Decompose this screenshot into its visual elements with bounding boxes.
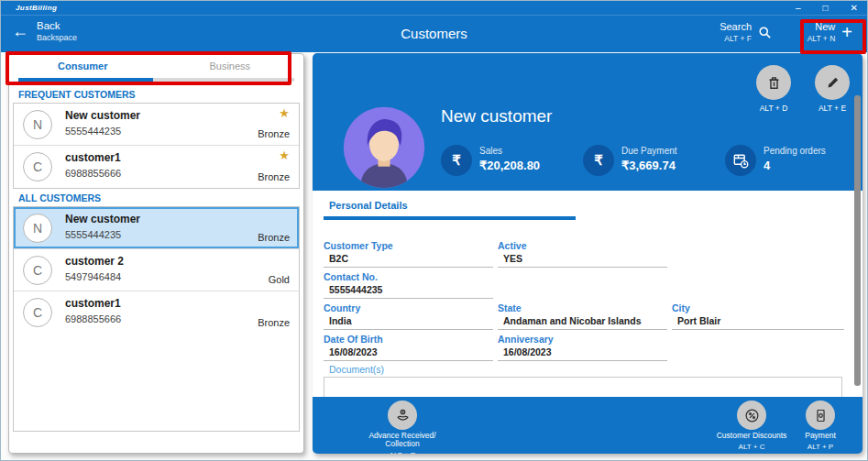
tab-active-underline	[324, 216, 576, 220]
tier-badge: Bronze	[258, 317, 290, 328]
rupee-icon: ₹	[583, 145, 614, 176]
tab-business[interactable]: Business	[157, 60, 304, 71]
avatar: N	[23, 110, 52, 139]
tier-badge: Bronze	[258, 171, 290, 182]
delete-button[interactable]	[756, 65, 791, 100]
stat-pending-orders: Pending orders 4	[725, 145, 756, 176]
list-item-selected[interactable]: N New customer 5555444235 Bronze	[14, 207, 299, 249]
field-contact-no: Contact No. 5555444235	[324, 271, 493, 299]
app-header: ← Back Backspace Customers Search ALT + …	[1, 15, 867, 52]
frequent-customers-title: FREQUENT CUSTOMERS	[18, 89, 303, 100]
customer-name: New customer	[65, 213, 140, 225]
field-date-of-birth: Date Of Birth 16/08/2023	[324, 334, 493, 361]
customer-phone: 5555444235	[65, 126, 121, 137]
app-window: JustBilling – □ ✕ ← Back Backspace Custo…	[0, 0, 868, 461]
field-value: 16/08/2023	[324, 345, 493, 361]
pending-orders-icon	[725, 145, 756, 176]
field-value: Port Blair	[672, 313, 844, 330]
minimize-icon[interactable]: –	[796, 4, 801, 13]
personal-details-section: Personal Details Customer Type B2C Activ…	[313, 191, 863, 397]
advance-shortcut: ALT + R	[352, 451, 453, 454]
search-icon	[758, 26, 772, 39]
field-label: Customer Type	[324, 240, 493, 251]
customer-phone: 5497946484	[65, 271, 121, 282]
tab-underline-active	[18, 78, 153, 82]
field-customer-type: Customer Type B2C	[324, 240, 493, 268]
list-item[interactable]: C customer1 6988855666 ★ Bronze	[14, 146, 299, 188]
advance-received-button[interactable]: Advance Received/ Collection ALT + R	[352, 397, 453, 454]
maximize-icon[interactable]: □	[823, 4, 829, 13]
sales-value: ₹20,208.80	[479, 159, 599, 172]
customer-name: customer1	[65, 297, 121, 310]
customer-detail-panel: ALT + D ALT + E	[313, 53, 863, 454]
hand-coins-icon	[388, 401, 417, 430]
tier-badge: Bronze	[258, 232, 290, 243]
pending-orders-label: Pending orders	[764, 146, 863, 156]
tier-badge: Bronze	[258, 128, 290, 139]
search-button[interactable]: Search ALT + F	[720, 21, 772, 43]
due-payment-label: Due Payment	[621, 146, 741, 156]
plus-icon: +	[841, 23, 852, 41]
customer-phone: 6988855666	[65, 168, 121, 179]
detail-customer-name: New customer	[441, 106, 552, 126]
tab-personal-details[interactable]: Personal Details	[329, 200, 408, 211]
tab-underline	[18, 78, 294, 82]
customer-phone: 6988855666	[65, 313, 121, 324]
customer-name: customer1	[65, 151, 121, 164]
field-label: Date Of Birth	[324, 334, 493, 345]
field-value: 5555444235	[324, 282, 493, 299]
avatar: C	[23, 152, 52, 181]
detail-footer: Advance Received/ Collection ALT + R Cus…	[313, 397, 863, 454]
field-active: Active YES	[498, 240, 667, 268]
trash-icon	[766, 75, 782, 91]
new-label: New	[808, 21, 836, 32]
field-state: State Andaman and Nicobar Islands	[498, 302, 667, 330]
tier-badge: Gold	[269, 274, 290, 285]
all-customers-title: ALL CUSTOMERS	[18, 192, 303, 203]
customer-avatar	[341, 104, 427, 191]
field-label: Country	[324, 302, 493, 313]
all-customers-list: N New customer 5555444235 Bronze C custo…	[13, 206, 300, 432]
percent-icon	[737, 401, 766, 430]
field-value: YES	[498, 251, 667, 268]
field-city: City Port Blair	[672, 302, 844, 330]
detail-header: ALT + D ALT + E	[313, 53, 863, 191]
documents-label: Document(s)	[329, 364, 384, 375]
list-item[interactable]: C customer 2 5497946484 Gold	[14, 249, 299, 291]
field-value: India	[324, 313, 493, 330]
payment-label: Payment	[784, 432, 857, 440]
search-shortcut: ALT + F	[720, 34, 752, 43]
vertical-scrollbar[interactable]	[854, 95, 861, 386]
sales-label: Sales	[479, 146, 599, 156]
rupee-icon: ₹	[441, 145, 472, 176]
avatar: N	[23, 214, 52, 243]
window-titlebar: JustBilling – □ ✕	[1, 1, 867, 15]
edit-button[interactable]	[815, 65, 850, 100]
field-label: Contact No.	[324, 271, 493, 282]
payment-button[interactable]: Payment ALT + P	[784, 397, 857, 451]
documents-box[interactable]	[324, 377, 842, 397]
field-value: 16/08/2023	[498, 345, 667, 361]
field-value: Andaman and Nicobar Islands	[498, 313, 667, 330]
field-label: Anniversary	[498, 334, 667, 345]
new-customer-button[interactable]: New ALT + N +	[808, 21, 852, 43]
list-item[interactable]: C customer1 6988855666 Bronze	[14, 291, 299, 334]
avatar: C	[23, 298, 52, 327]
advance-label-line2: Collection	[352, 440, 453, 448]
pencil-icon	[825, 75, 841, 91]
payment-shortcut: ALT + P	[784, 443, 857, 451]
window-controls: – □ ✕	[796, 4, 858, 13]
customer-type-tabbar: Consumer Business	[9, 54, 303, 85]
close-icon[interactable]: ✕	[851, 4, 858, 13]
field-label: State	[498, 302, 667, 313]
tab-consumer[interactable]: Consumer	[9, 60, 157, 71]
due-payment-value: ₹3,669.74	[621, 159, 741, 172]
customer-name: New customer	[65, 109, 140, 122]
pending-orders-value: 4	[764, 159, 863, 172]
star-icon: ★	[279, 148, 290, 162]
list-item[interactable]: N New customer 5555444235 ★ Bronze	[14, 104, 299, 146]
stat-due-payment: ₹ Due Payment ₹3,669.74	[583, 145, 614, 176]
field-country: Country India	[324, 302, 493, 330]
stat-sales: ₹ Sales ₹20,208.80	[441, 145, 472, 176]
search-label: Search	[720, 21, 752, 32]
